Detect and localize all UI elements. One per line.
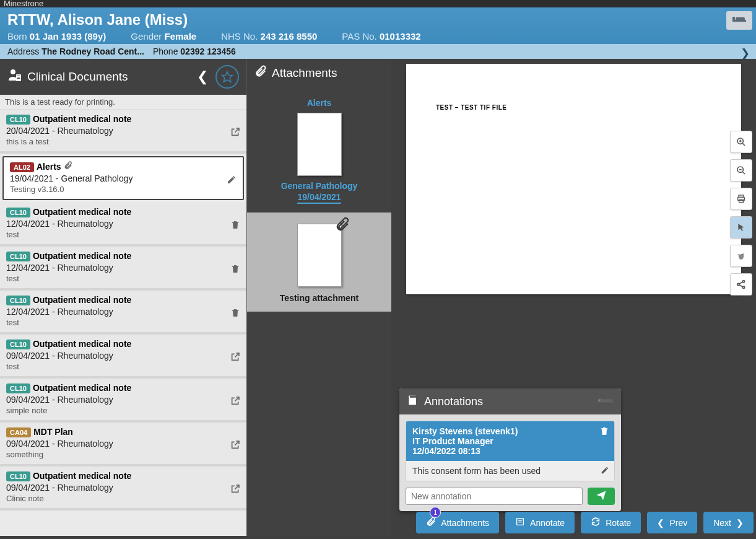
zoom-in-button[interactable]	[730, 131, 752, 153]
attachments-button[interactable]: Attachments 1	[416, 512, 499, 533]
svg-point-3	[11, 69, 15, 74]
doc-note: something	[6, 450, 240, 459]
doc-action-button[interactable]	[230, 127, 240, 139]
doc-action-button[interactable]	[230, 440, 240, 452]
born-label: Born	[7, 31, 27, 42]
phone-label: Phone	[153, 46, 178, 56]
chevron-right-icon[interactable]: ❯	[741, 46, 750, 60]
attachment-header-thumb[interactable]	[297, 113, 342, 176]
attachments-badge: 1	[430, 507, 441, 518]
doc-note: simple note	[6, 406, 240, 415]
doc-title: MDT Plan	[33, 427, 73, 437]
svg-line-23	[739, 285, 743, 287]
doc-badge: CL10	[6, 115, 30, 125]
doc-badge: CL10	[6, 296, 30, 305]
doc-badge: CA04	[6, 427, 31, 437]
doc-note: test	[6, 318, 240, 327]
minimize-icon[interactable]: ➖	[597, 393, 614, 410]
doc-badge: AL02	[10, 162, 34, 172]
doc-action-button[interactable]	[230, 308, 240, 320]
patient-banner: RTTW, Alison Jane (Miss) Born 01 Jan 193…	[0, 7, 756, 44]
doc-action-button[interactable]	[230, 396, 240, 408]
document-item[interactable]: CL10Outpatient medical note20/04/2021 - …	[0, 110, 246, 154]
annotation-datetime: 12/04/2022 08:13	[412, 446, 480, 456]
rotate-icon	[591, 517, 601, 528]
doc-title: Outpatient medical note	[33, 339, 131, 349]
attachment-header-spec[interactable]: General Pathology	[253, 181, 385, 191]
document-item[interactable]: CL10Outpatient medical note12/04/2021 - …	[0, 291, 246, 335]
doc-action-button[interactable]	[230, 352, 240, 364]
chevron-left-icon[interactable]: ❮	[197, 69, 208, 85]
zoom-out-button[interactable]	[730, 159, 752, 182]
doc-badge: CL10	[6, 340, 30, 349]
attachment-header-card[interactable]: Alerts General Pathology 19/04/2021	[247, 87, 391, 213]
document-item[interactable]: AL02Alerts19/04/2021 - General Pathology…	[2, 156, 244, 200]
svg-rect-4	[16, 74, 21, 81]
paperclip-icon	[64, 161, 72, 172]
app-titlebar: Minestrone	[0, 0, 756, 7]
doc-badge: CL10	[6, 208, 30, 217]
doc-action-button[interactable]	[227, 175, 237, 187]
new-annotation-input[interactable]	[406, 488, 583, 505]
document-item[interactable]: CL10Outpatient medical note12/04/2021 - …	[0, 247, 246, 291]
viewer-content-text: TEST – TEST TIF FILE	[436, 104, 506, 111]
prev-button[interactable]: ❮ Prev	[647, 512, 697, 533]
doc-badge: CL10	[6, 252, 30, 261]
address-bar[interactable]: Address The Rodney Road Cent... Phone 02…	[0, 44, 756, 59]
chevron-right-icon: ❯	[736, 518, 744, 528]
document-item[interactable]: CL10Outpatient medical note09/04/2021 - …	[0, 335, 246, 379]
document-item[interactable]: CL10Outpatient medical note09/04/2021 - …	[0, 467, 246, 511]
delete-annotation-button[interactable]	[599, 426, 609, 438]
favorite-star-button[interactable]	[215, 65, 239, 89]
doc-meta: 12/04/2021 - Rheumatology	[6, 263, 240, 273]
doc-title: Outpatient medical note	[33, 114, 131, 124]
print-button[interactable]	[730, 188, 752, 210]
rotate-button[interactable]: Rotate	[581, 512, 641, 533]
annotate-icon	[515, 517, 525, 528]
doc-note: test	[6, 274, 240, 283]
svg-line-22	[739, 282, 743, 284]
doc-action-button[interactable]	[230, 220, 240, 232]
svg-line-10	[742, 143, 745, 146]
born-value: 01 Jan 1933 (89y)	[30, 31, 106, 42]
edit-annotation-button[interactable]	[601, 466, 609, 476]
attachment-header-date[interactable]: 19/04/2021	[297, 192, 341, 204]
nhs-value: 243 216 8550	[261, 31, 318, 42]
bed-icon[interactable]	[726, 11, 752, 30]
attachment-thumb[interactable]	[297, 224, 342, 287]
document-list[interactable]: This is a test ready for printing. CL10O…	[0, 95, 246, 536]
doc-meta: 09/04/2021 - Rheumatology	[6, 483, 240, 493]
svg-line-14	[742, 172, 745, 174]
doc-title: Outpatient medical note	[33, 207, 131, 217]
clinical-docs-icon	[7, 68, 22, 86]
document-item[interactable]: CA04MDT Plan09/04/2021 - Rheumatologysom…	[0, 423, 246, 467]
doc-meta: 09/04/2021 - Rheumatology	[6, 351, 240, 361]
annotation-text: This consent form has been used	[412, 466, 541, 476]
doc-title: Outpatient medical note	[33, 295, 131, 305]
pan-tool-button[interactable]	[730, 245, 752, 267]
doc-badge: CL10	[6, 471, 30, 481]
gender-value: Female	[165, 31, 197, 42]
document-item[interactable]: CL10Outpatient medical note09/04/2021 - …	[0, 379, 246, 423]
pointer-tool-button[interactable]	[730, 216, 752, 239]
paperclip-icon	[254, 65, 267, 81]
clinical-documents-title: Clinical Documents	[27, 70, 192, 84]
annotate-button[interactable]: Annotate	[505, 512, 575, 533]
address-label: Address	[7, 46, 39, 56]
attachment-card-selected[interactable]: Testing attachment	[247, 213, 391, 312]
document-item[interactable]: CL10Outpatient medical note12/04/2021 - …	[0, 203, 246, 247]
svg-rect-2	[736, 17, 745, 20]
doc-title: Outpatient medical note	[33, 251, 131, 261]
send-annotation-button[interactable]	[588, 488, 615, 505]
doc-title: Outpatient medical note	[33, 383, 131, 393]
doc-badge: CL10	[6, 383, 30, 393]
doc-action-button[interactable]	[230, 264, 240, 276]
document-viewer[interactable]: TEST – TEST TIF FILE	[406, 64, 741, 294]
share-button[interactable]	[730, 273, 752, 296]
doc-action-button[interactable]	[230, 484, 240, 496]
attachments-title: Attachments	[272, 66, 384, 80]
attachment-header-title: Alerts	[253, 98, 385, 108]
paperclip-icon	[335, 217, 350, 235]
next-button[interactable]: Next ❯	[703, 512, 754, 533]
patient-name: RTTW, Alison Jane (Miss)	[7, 11, 749, 28]
